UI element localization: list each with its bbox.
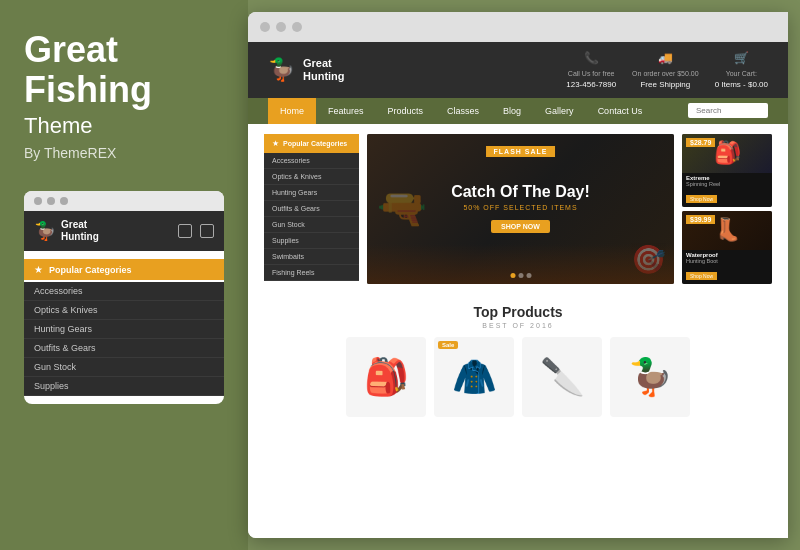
cat-item[interactable]: Swimbaits xyxy=(264,249,359,265)
product2-sub: Hunting Boot xyxy=(686,258,768,264)
nav-item-contact[interactable]: Contact Us xyxy=(586,98,655,124)
product-thumb-1: 🎒 xyxy=(346,337,426,417)
flash-sale-badge: FLASH SALE xyxy=(486,146,556,157)
nav-item-features[interactable]: Features xyxy=(316,98,376,124)
mobile-cat-item: Outfits & Gears xyxy=(24,339,224,358)
top-products-subtitle: BEST OF 2016 xyxy=(264,322,772,329)
mobile-preview: 🦆 Great Hunting ★ Popular Categories Acc… xyxy=(24,191,224,404)
browser-dot-1 xyxy=(260,22,270,32)
cat-item[interactable]: Fishing Reels xyxy=(264,265,359,281)
dot-2 xyxy=(518,273,523,278)
hero-banner-text: Catch Of The Day! 50% OFF SELECTED ITEMS… xyxy=(451,184,590,233)
cat-item[interactable]: Outfits & Gears xyxy=(264,201,359,217)
mobile-cat-header: ★ Popular Categories xyxy=(24,259,224,280)
product-thumb-img-2: Sale 🧥 xyxy=(434,337,514,417)
mobile-logo: 🦆 Great Hunting xyxy=(34,219,99,243)
header-shipping-block: 🚚 On order over $50.00 Free Shipping xyxy=(632,50,699,90)
hero-title: Catch Of The Day! xyxy=(451,184,590,200)
site-header: 🦆 Great Hunting 📞 Call Us for free 123-4… xyxy=(248,42,788,98)
header-call-block: 📞 Call Us for free 123-456-7890 xyxy=(566,50,616,90)
product-thumb-4: 🦆 xyxy=(610,337,690,417)
product-card-1: $28.79 🎒 Extreme Spinning Reel Shop Now xyxy=(682,134,772,207)
mobile-icon-1 xyxy=(178,224,192,238)
top-products-section: Top Products BEST OF 2016 🎒 Sale 🧥 🔪 xyxy=(248,294,788,427)
nav-item-classes[interactable]: Classes xyxy=(435,98,491,124)
mobile-cat-item: Gun Stock xyxy=(24,358,224,377)
sale-badge: Sale xyxy=(438,341,458,349)
side-products: $28.79 🎒 Extreme Spinning Reel Shop Now … xyxy=(682,134,772,284)
search-input[interactable] xyxy=(688,103,768,118)
header-cart-block: 🛒 Your Cart: 0 Items - $0.00 xyxy=(715,50,768,90)
mobile-cat-item: Accessories xyxy=(24,282,224,301)
site-logo: 🦆 Great Hunting xyxy=(268,57,345,83)
browser-window: 🦆 Great Hunting 📞 Call Us for free 123-4… xyxy=(248,12,788,538)
left-panel: Great Fishing Theme By ThemeREX 🦆 Great … xyxy=(0,0,248,550)
cat-header: ★ Popular Categories xyxy=(264,134,359,153)
nav-item-home[interactable]: Home xyxy=(268,98,316,124)
truck-icon: 🚚 xyxy=(632,50,699,67)
mobile-header-icons xyxy=(178,224,214,238)
cat-item[interactable]: Optics & Knives xyxy=(264,169,359,185)
theme-author: By ThemeREX xyxy=(24,145,224,161)
products-grid: 🎒 Sale 🧥 🔪 🦆 xyxy=(264,337,772,417)
product2-footer: Waterproof Hunting Boot Shop Now xyxy=(682,250,772,284)
browser-titlebar xyxy=(248,12,788,42)
theme-title: Great Fishing xyxy=(24,30,224,109)
browser-content: 🦆 Great Hunting 📞 Call Us for free 123-4… xyxy=(248,42,788,538)
mobile-cat-item: Hunting Gears xyxy=(24,320,224,339)
nav-item-blog[interactable]: Blog xyxy=(491,98,533,124)
hero-decor xyxy=(367,244,674,284)
mobile-categories: ★ Popular Categories Accessories Optics … xyxy=(24,251,224,404)
product1-shop-button[interactable]: Shop Now xyxy=(686,195,717,203)
cat-item[interactable]: Accessories xyxy=(264,153,359,169)
nav-item-gallery[interactable]: Gallery xyxy=(533,98,586,124)
product2-shop-button[interactable]: Shop Now xyxy=(686,272,717,280)
cat-list: Accessories Optics & Knives Hunting Gear… xyxy=(264,153,359,281)
product2-price: $39.99 xyxy=(686,215,715,224)
mobile-cat-title: Popular Categories xyxy=(49,265,132,275)
top-products-title: Top Products xyxy=(264,304,772,320)
product-thumb-3: 🔪 xyxy=(522,337,602,417)
site-header-info: 📞 Call Us for free 123-456-7890 🚚 On ord… xyxy=(566,50,768,90)
cat-item[interactable]: Hunting Gears xyxy=(264,185,359,201)
nav-item-products[interactable]: Products xyxy=(376,98,436,124)
phone-icon: 📞 xyxy=(566,50,616,67)
product-thumb-img-4: 🦆 xyxy=(610,337,690,417)
mobile-logo-text: Great Hunting xyxy=(61,219,99,243)
site-logo-icon: 🦆 xyxy=(268,57,295,83)
mobile-cat-item: Supplies xyxy=(24,377,224,396)
browser-dot-3 xyxy=(292,22,302,32)
dots-indicator xyxy=(510,273,531,278)
cat-item[interactable]: Gun Stock xyxy=(264,217,359,233)
dot-3 xyxy=(526,273,531,278)
cat-item[interactable]: Supplies xyxy=(264,233,359,249)
mobile-logo-icon: 🦆 xyxy=(34,220,56,242)
dot-1 xyxy=(510,273,515,278)
product-card-2: $39.99 👢 Waterproof Hunting Boot Shop No… xyxy=(682,211,772,284)
product1-sub: Spinning Reel xyxy=(686,181,768,187)
product1-price: $28.79 xyxy=(686,138,715,147)
site-main: ★ Popular Categories Accessories Optics … xyxy=(248,124,788,538)
site-logo-text: Great Hunting xyxy=(303,57,345,83)
product1-footer: Extreme Spinning Reel Shop Now xyxy=(682,173,772,207)
site-nav: Home Features Products Classes Blog Gall… xyxy=(248,98,788,124)
mobile-cat-item: Optics & Knives xyxy=(24,301,224,320)
product-thumb-2: Sale 🧥 xyxy=(434,337,514,417)
shop-now-button[interactable]: SHOP NOW xyxy=(491,220,550,233)
product-thumb-img-3: 🔪 xyxy=(522,337,602,417)
browser-dot-2 xyxy=(276,22,286,32)
hero-subtitle: 50% OFF SELECTED ITEMS xyxy=(451,204,590,211)
mobile-titlebar xyxy=(24,191,224,211)
mobile-icon-2 xyxy=(200,224,214,238)
cat-header-text: Popular Categories xyxy=(283,140,347,147)
categories-panel: ★ Popular Categories Accessories Optics … xyxy=(264,134,359,284)
theme-subtitle: Theme xyxy=(24,113,224,139)
cart-icon: 🛒 xyxy=(715,50,768,67)
product-thumb-img-1: 🎒 xyxy=(346,337,426,417)
mobile-header: 🦆 Great Hunting xyxy=(24,211,224,251)
hero-section: ★ Popular Categories Accessories Optics … xyxy=(248,124,788,294)
hero-banner: 🔫 🎯 FLASH SALE Catch Of The Day! 50% OFF… xyxy=(367,134,674,284)
